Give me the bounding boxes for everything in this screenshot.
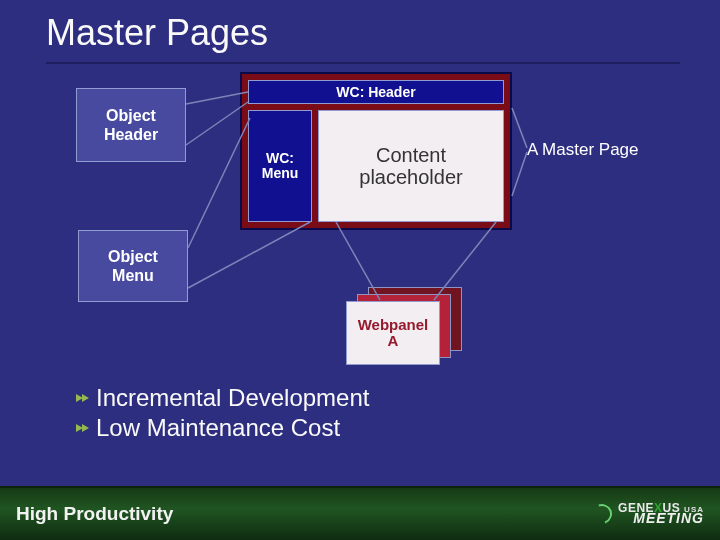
object-header-callout: Object Header [76, 88, 186, 162]
wc-menu-line2: Menu [249, 166, 311, 181]
bullet-item: Incremental Development [76, 384, 369, 412]
slide-title: Master Pages [46, 12, 268, 54]
webpanel-stack: Webpanel A [346, 287, 466, 365]
wc-menu-line1: WC: [249, 151, 311, 166]
svg-line-3 [188, 222, 310, 288]
logo-mark: GENEXUS USA MEETING [618, 504, 704, 525]
title-underline [46, 62, 680, 64]
svg-line-7 [512, 152, 527, 196]
double-arrow-icon [76, 421, 90, 435]
webpanel-card-front: Webpanel A [346, 301, 440, 365]
master-page-box: WC: Header WC: Menu Content placeholder [240, 72, 512, 230]
obj-menu-line2: Menu [79, 266, 187, 285]
webpanel-line1: Webpanel [347, 317, 439, 333]
bullet-text: Incremental Development [96, 384, 369, 412]
webpanel-line2: A [347, 333, 439, 349]
svg-line-1 [186, 102, 248, 145]
bullet-text: Low Maintenance Cost [96, 414, 340, 442]
bullet-list: Incremental Development Low Maintenance … [76, 384, 369, 444]
logo-swoosh-icon [589, 501, 616, 528]
logo-event: MEETING [633, 513, 704, 524]
master-page-label: A Master Page [527, 140, 639, 160]
bullet-item: Low Maintenance Cost [76, 414, 369, 442]
footer-logo: GENEXUS USA MEETING [592, 504, 704, 525]
obj-menu-line1: Object [79, 247, 187, 266]
wc-menu-block: WC: Menu [248, 110, 312, 222]
obj-header-line1: Object [77, 106, 185, 125]
content-placeholder-block: Content placeholder [318, 110, 504, 222]
footer-text: High Productivity [16, 503, 173, 525]
double-arrow-icon [76, 391, 90, 405]
obj-header-line2: Header [77, 125, 185, 144]
footer-bar: High Productivity GENEXUS USA MEETING [0, 486, 720, 540]
svg-line-0 [186, 92, 248, 104]
object-menu-callout: Object Menu [78, 230, 188, 302]
svg-line-6 [512, 108, 527, 148]
wc-header-block: WC: Header [248, 80, 504, 104]
content-line1: Content [319, 144, 503, 166]
content-line2: placeholder [319, 166, 503, 188]
